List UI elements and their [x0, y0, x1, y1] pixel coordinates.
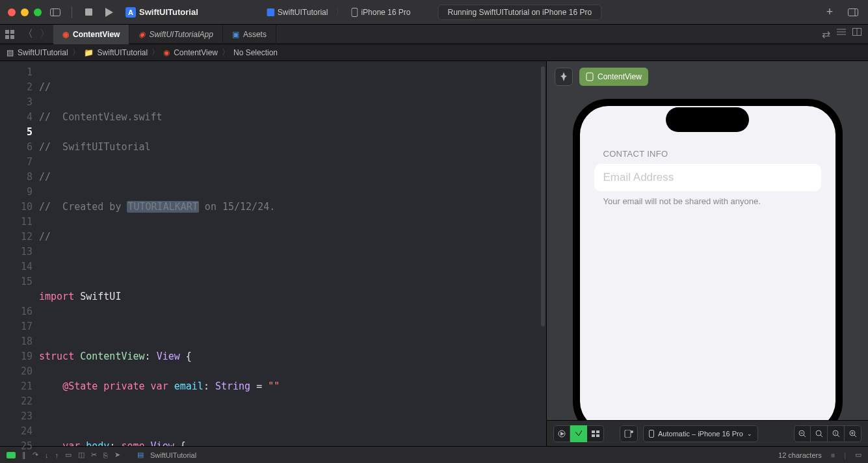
activity-status: Running SwiftUITutorial on iPhone 16 Pro	[438, 5, 601, 20]
chevron-right-icon: 〉	[222, 47, 230, 58]
location-icon[interactable]: ➤	[114, 451, 120, 459]
app-icon: ▤	[137, 451, 144, 459]
swift-icon: ◉	[62, 30, 69, 39]
debug-view-icon[interactable]: ▭	[65, 451, 72, 459]
canvas-toolbar: Automatic – iPhone 16 Pro ⌄ 1	[547, 420, 868, 446]
tab-assets[interactable]: ▣ Assets	[223, 25, 276, 44]
scheme-target[interactable]: SwiftUITutorial	[267, 8, 328, 17]
variants-button[interactable]	[587, 425, 604, 442]
svg-rect-7	[352, 8, 358, 16]
sidebar-toggle-icon[interactable]	[48, 5, 62, 20]
svg-point-27	[631, 430, 633, 433]
debug-bar: ‖ ↷ ↓ ↑ ▭ ◫ ✂ ⎘ ➤ ▤ SwiftUITutorial 12 c…	[0, 446, 868, 463]
selectable-mode-button[interactable]	[570, 425, 587, 442]
svg-rect-2	[85, 8, 92, 16]
code-content[interactable]: // // ContentView.swift // SwiftUITutori…	[39, 61, 546, 446]
crumb-folder[interactable]: SwiftUITutorial	[98, 48, 148, 57]
svg-rect-24	[592, 434, 595, 437]
section-footer: Your email will not be shared with anyon…	[594, 196, 821, 206]
minimize-window-icon[interactable]	[21, 8, 29, 16]
svg-line-35	[837, 435, 839, 437]
chevron-right-icon: 〉	[151, 47, 159, 58]
chevron-right-icon: 〉	[335, 7, 343, 18]
related-items-icon[interactable]	[0, 30, 20, 39]
preview-chip[interactable]: ContentView	[579, 68, 648, 86]
project-name: SwiftUITutorial	[139, 7, 198, 17]
add-editor-icon[interactable]	[852, 28, 861, 40]
svg-rect-10	[5, 30, 9, 34]
add-tab-icon[interactable]: +	[822, 5, 837, 20]
close-window-icon[interactable]	[8, 8, 16, 16]
simulator-screen[interactable]: CONTACT INFO Email Address Your email wi…	[580, 106, 835, 430]
pin-preview-button[interactable]	[555, 68, 573, 86]
zoom-in-button[interactable]	[845, 425, 861, 442]
svg-line-33	[821, 435, 822, 437]
svg-line-30	[804, 435, 806, 437]
main-area: 1234 5678 9101112 131415 16171819 202122…	[0, 61, 868, 446]
svg-rect-19	[586, 73, 593, 81]
environment-icon[interactable]: ✂	[91, 451, 97, 459]
stop-button[interactable]	[81, 5, 96, 20]
simulate-location-icon[interactable]: ⎘	[103, 451, 108, 459]
crumb-project[interactable]: SwiftUITutorial	[18, 48, 68, 57]
section-header: CONTACT INFO	[594, 149, 821, 159]
svg-rect-0	[51, 8, 60, 16]
zoom-out-button[interactable]	[794, 425, 811, 442]
svg-rect-28	[650, 430, 654, 437]
selection-info: 12 characters	[778, 451, 822, 459]
dynamic-island	[666, 107, 749, 132]
svg-rect-13	[10, 35, 14, 39]
svg-text:1: 1	[834, 431, 836, 435]
svg-marker-21	[560, 432, 564, 436]
assets-icon: ▣	[232, 30, 239, 39]
nav-back-button[interactable]: 〈	[20, 25, 36, 44]
zoom-actual-button[interactable]: 1	[828, 425, 845, 442]
svg-line-38	[854, 435, 856, 437]
phone-frame: CONTACT INFO Email Address Your email wi…	[573, 99, 843, 437]
swift-icon: ◉	[163, 48, 170, 57]
device-settings-button[interactable]	[620, 425, 638, 442]
svg-text:A: A	[128, 8, 133, 16]
step-out-icon[interactable]: ↑	[55, 451, 59, 459]
svg-rect-11	[10, 30, 14, 34]
svg-rect-25	[596, 434, 599, 437]
svg-point-32	[816, 430, 821, 436]
adjust-editor-icon[interactable]	[837, 28, 846, 40]
svg-marker-3	[105, 8, 113, 17]
footer-project[interactable]: SwiftUITutorial	[150, 451, 196, 459]
line-endings-icon[interactable]: ≡	[831, 451, 835, 459]
zoom-window-icon[interactable]	[34, 8, 42, 16]
chevron-right-icon: 〉	[72, 47, 80, 58]
memory-graph-icon[interactable]: ◫	[78, 451, 85, 459]
chevron-down-icon: ⌄	[747, 430, 752, 437]
crumb-selection[interactable]: No Selection	[233, 48, 278, 57]
tab-bar: 〈 〉 ◉ ContentView ◉ SwiftUITutorialApp ▣…	[0, 25, 868, 44]
live-mode-button[interactable]	[553, 425, 570, 442]
svg-rect-23	[596, 430, 599, 433]
run-button[interactable]	[102, 5, 116, 20]
nav-forward-button[interactable]: 〉	[36, 25, 53, 44]
destination-device[interactable]: iPhone 16 Pro	[351, 8, 410, 17]
folder-icon: 📁	[84, 48, 94, 57]
preview-device-selector[interactable]: Automatic – iPhone 16 Pro ⌄	[643, 425, 758, 442]
toggle-console-icon[interactable]: ▭	[855, 451, 861, 459]
scheme-selector[interactable]: A SwiftUITutorial	[125, 7, 198, 18]
svg-rect-6	[267, 8, 274, 16]
tab-contentview[interactable]: ◉ ContentView	[53, 25, 129, 44]
titlebar: A SwiftUITutorial SwiftUITutorial 〉 iPho…	[0, 0, 868, 25]
crumb-file[interactable]: ContentView	[174, 48, 218, 57]
step-into-icon[interactable]: ↓	[45, 451, 49, 459]
library-panel-icon[interactable]	[846, 5, 860, 20]
app-icon: ▤	[7, 48, 14, 57]
svg-rect-12	[5, 35, 9, 39]
tab-app[interactable]: ◉ SwiftUITutorialApp	[129, 25, 222, 44]
step-over-icon[interactable]: ↷	[33, 451, 38, 459]
code-editor[interactable]: 1234 5678 9101112 131415 16171819 202122…	[0, 61, 546, 446]
svg-rect-22	[592, 430, 595, 433]
editor-scrollbar[interactable]	[541, 66, 545, 326]
email-field[interactable]: Email Address	[594, 164, 821, 191]
zoom-fit-button[interactable]	[811, 425, 828, 442]
preview-canvas: ContentView CONTACT INFO Email Address Y…	[546, 61, 868, 446]
review-changes-icon[interactable]: ⇄	[822, 28, 830, 40]
svg-rect-26	[625, 430, 631, 438]
